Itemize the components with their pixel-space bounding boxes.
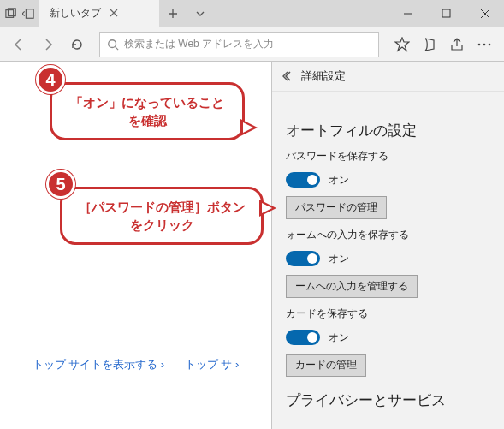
privacy-section-title: プライバシーとサービス xyxy=(286,390,490,410)
save-passwords-toggle[interactable] xyxy=(286,172,320,188)
back-button[interactable] xyxy=(7,33,31,57)
callout-bubble: 「オン」になっていることを確認 xyxy=(50,82,245,140)
toggle-state-label: オン xyxy=(329,331,349,345)
close-tab-icon[interactable] xyxy=(110,9,118,17)
forward-button[interactable] xyxy=(36,33,60,57)
panel-body: オートフィルの設定 パスワードを保存する オン パスワードの管理 ォームへの入力… xyxy=(272,92,504,420)
svg-rect-3 xyxy=(442,9,450,17)
chevron-left-icon[interactable] xyxy=(282,70,294,82)
plus-icon xyxy=(168,9,178,19)
search-icon xyxy=(107,39,119,51)
reading-list-icon[interactable] xyxy=(422,37,437,52)
close-window-button[interactable] xyxy=(465,0,504,27)
callout-arrow xyxy=(259,200,276,217)
privacy-description: 機能によっては、データをデバイスに保存したり、閲覧時の使用感の向上に役立てるため… xyxy=(286,419,490,420)
maximize-button[interactable] xyxy=(427,0,465,27)
favorites-icon[interactable] xyxy=(394,37,410,52)
minimize-button[interactable] xyxy=(388,0,427,27)
refresh-button[interactable] xyxy=(65,33,89,57)
save-forms-toggle[interactable] xyxy=(286,251,320,266)
tab-actions xyxy=(0,0,39,27)
chevron-down-icon xyxy=(195,9,205,19)
new-tab-button[interactable] xyxy=(159,0,187,27)
save-cards-label: カードを保存する xyxy=(286,307,490,321)
callout-5: 5 ［パスワードの管理］ボタンをクリック xyxy=(60,187,264,245)
callout-arrow xyxy=(240,119,258,136)
toggle-state-label: オン xyxy=(329,173,349,188)
address-bar[interactable]: 検索または Web アドレスを入力 xyxy=(99,32,379,57)
toggle-state-label: オン xyxy=(329,252,349,266)
autofill-section-title: オートフィルの設定 xyxy=(286,121,490,140)
manage-passwords-button[interactable]: パスワードの管理 xyxy=(286,196,387,219)
svg-point-7 xyxy=(489,43,491,45)
save-forms-label: ォームへの入力を保存する xyxy=(286,228,490,242)
svg-point-4 xyxy=(109,39,116,47)
tab-tools-button[interactable] xyxy=(187,0,214,27)
window-controls xyxy=(388,0,504,27)
settings-panel: 詳細設定 オートフィルの設定 パスワードを保存する オン パスワードの管理 ォー… xyxy=(271,62,504,429)
manage-cards-button[interactable]: カードの管理 xyxy=(286,354,366,377)
callout-badge: 4 xyxy=(36,65,65,94)
callout-bubble: ［パスワードの管理］ボタンをクリック xyxy=(60,187,264,245)
svg-rect-2 xyxy=(26,9,33,18)
callout-text: ［パスワードの管理］ボタンをクリック xyxy=(79,200,246,232)
callout-text: 「オン」になっていることを確認 xyxy=(70,95,224,128)
tab-preview-icon[interactable] xyxy=(5,8,17,20)
callout-badge: 5 xyxy=(46,170,75,199)
panel-header: 詳細設定 xyxy=(272,62,504,92)
panel-title: 詳細設定 xyxy=(301,69,346,84)
callout-4: 4 「オン」になっていることを確認 xyxy=(50,82,245,140)
top-sites-link[interactable]: トップ サイトを表示する xyxy=(33,358,165,371)
top-sites-link-2[interactable]: トップ サ xyxy=(185,358,240,371)
share-icon[interactable] xyxy=(449,37,465,52)
main-links: トップ サイトを表示する トップ サ xyxy=(0,357,271,372)
manage-forms-button[interactable]: ームへの入力を管理する xyxy=(286,275,418,298)
browser-tab[interactable]: 新しいタブ xyxy=(39,0,159,27)
set-aside-tabs-icon[interactable] xyxy=(22,8,34,20)
more-icon[interactable] xyxy=(477,37,492,52)
svg-point-5 xyxy=(478,43,481,45)
address-placeholder: 検索または Web アドレスを入力 xyxy=(124,37,274,51)
save-passwords-label: パスワードを保存する xyxy=(286,149,490,164)
toolbar: 検索または Web アドレスを入力 xyxy=(0,27,504,62)
titlebar: 新しいタブ xyxy=(0,0,504,27)
tab-title: 新しいタブ xyxy=(50,6,101,21)
svg-point-6 xyxy=(483,43,486,45)
save-cards-toggle[interactable] xyxy=(286,330,320,345)
